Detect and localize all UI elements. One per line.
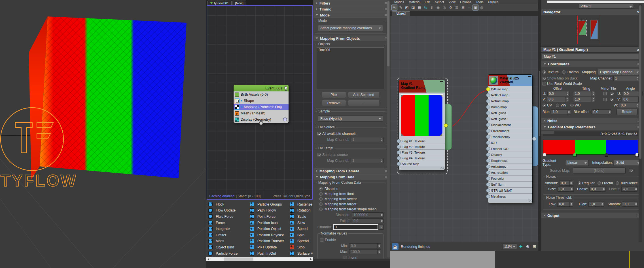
v-tiling-spinner[interactable]: 1,0 — [573, 97, 595, 102]
rollout-gradient-ramp-params[interactable]: Gradient Ramp Parameters — [541, 124, 641, 130]
depot-item[interactable]: Rotation — [290, 208, 313, 214]
view-selector-dropdown[interactable]: View 1 — [578, 4, 634, 9]
mapping-dropdown[interactable]: Explicit Map Channel — [598, 69, 641, 75]
slate-toolbar-button[interactable]: ↹ — [423, 5, 429, 11]
size-spinner[interactable]: 1,0 — [557, 187, 574, 192]
map-output-socket[interactable] — [444, 123, 448, 127]
params-vertical-scrollbar[interactable] — [387, 1, 390, 257]
rollout-mode[interactable]: Mode — [313, 12, 389, 18]
gradient-ramp-bar[interactable] — [543, 140, 638, 155]
u-offset-spinner[interactable]: 0,0 — [547, 91, 569, 96]
menu-item[interactable]: Material — [406, 0, 423, 4]
slate-toolbar-button[interactable]: ◍ — [479, 5, 485, 11]
operator-mapping-selected[interactable]: Mapping (Particles: Obj) — [234, 104, 289, 110]
depot-item[interactable]: Scale — [290, 213, 313, 220]
turbulence-radio[interactable] — [616, 181, 619, 185]
operator-shape[interactable]: Shape — [234, 98, 289, 104]
display-output-socket[interactable] — [283, 118, 287, 121]
vray-input-slot[interactable]: GTR tail falloff — [488, 187, 532, 193]
u-tile-checkbox[interactable] — [610, 92, 613, 95]
depot-item[interactable]: Particle Force — [208, 250, 250, 257]
blur-offset-spinner[interactable]: 0,0 — [592, 109, 611, 114]
vray-input-slot[interactable]: Refl. gloss. — [488, 110, 532, 116]
menu-item[interactable]: View — [446, 0, 458, 4]
gradient-flag[interactable] — [605, 153, 608, 157]
distance-spinner[interactable]: 100000,0 — [352, 212, 384, 217]
scroll-right-arrow[interactable] — [310, 258, 312, 260]
depot-item[interactable]: Push In/Out — [250, 250, 290, 257]
add-selected-button[interactable]: Add Selected — [348, 92, 379, 98]
gradient-ramp-node[interactable]: Map #1 Gradient Ramp Flag #1: Texture Fl… — [399, 80, 445, 170]
radio-mapping-float[interactable] — [319, 192, 323, 196]
vray-input-slot[interactable]: An. rotation — [488, 169, 532, 175]
slate-toolbar-button[interactable]: ◪ — [410, 5, 416, 11]
vw-radio[interactable] — [556, 104, 559, 107]
gradient-type-dropdown[interactable]: Linear — [565, 160, 589, 166]
remove-button[interactable]: Remove — [322, 100, 346, 106]
depot-item[interactable]: Point Force — [250, 213, 290, 220]
w-angle-spinner[interactable]: 0,0 — [619, 103, 639, 108]
vray-input-slot[interactable]: Fog color — [488, 175, 532, 181]
view-nav-icon[interactable]: ✚ — [518, 243, 524, 250]
map-node-header[interactable]: Map #1 Gradient Ramp — [399, 80, 445, 93]
tyflow-node-canvas[interactable]: Event_001 Birth Voxels (0-0) Shape Mappi… — [207, 5, 313, 200]
v-offset-spinner[interactable]: 0,0 — [547, 97, 569, 102]
vray-input-slot[interactable]: Self-illum — [488, 181, 532, 187]
texture-radio[interactable] — [543, 70, 546, 74]
vray-input-slot[interactable]: Metalness — [488, 193, 532, 199]
amount-spinner[interactable]: 0,0 — [559, 181, 573, 186]
map-input-slot[interactable]: Flag #1: Texture — [399, 138, 445, 144]
rollout-coordinates[interactable]: Coordinates — [541, 61, 641, 67]
lightbulb-icon[interactable] — [284, 86, 287, 89]
low-spinner[interactable]: 0,0 — [557, 202, 573, 207]
map-input-slot[interactable]: Flag #3: Texture — [399, 149, 445, 155]
slate-toolbar-button[interactable]: ⊞ — [460, 5, 466, 11]
vray-input-slot[interactable]: IOR — [488, 140, 532, 146]
vray-input-slot[interactable]: Anisotropy — [488, 164, 532, 169]
depot-item[interactable]: Stop — [290, 244, 313, 250]
caching-enabled-text[interactable]: Caching enabled — [209, 194, 234, 198]
material-name-field[interactable]: Map #1 — [542, 54, 641, 59]
slate-toolbar-button[interactable]: ◎ — [441, 5, 447, 11]
collapse-icon[interactable] — [440, 81, 443, 82]
rotate-button[interactable]: Rotate — [617, 109, 637, 115]
menu-item[interactable]: Tools — [474, 0, 486, 4]
slate-toolbar-button[interactable]: ≣ — [454, 5, 460, 11]
more-button[interactable]: ... — [348, 100, 379, 106]
depot-item[interactable]: PRT Update — [250, 244, 290, 250]
slate-toolbar-button[interactable]: ▣ — [473, 5, 478, 11]
radio-mapping-vector[interactable] — [319, 197, 323, 201]
operator-mesh[interactable]: Mesh (TriMesh) — [234, 110, 289, 116]
phase-spinner[interactable]: 0,0 — [589, 187, 606, 192]
menu-item[interactable]: Options — [458, 0, 474, 4]
vray-output-socket[interactable] — [532, 137, 536, 141]
collapse-icon[interactable] — [528, 76, 531, 77]
uv-radio[interactable] — [543, 104, 546, 107]
gradient-flag[interactable] — [635, 153, 639, 157]
vray-node-side-panel[interactable] — [532, 106, 538, 166]
map-input-slot[interactable]: Source Map — [399, 161, 445, 166]
depot-item[interactable]: Position Icon — [250, 220, 290, 226]
vray-input-slot[interactable]: Diffuse map — [488, 86, 532, 92]
vraymtl-node[interactable]: Material #25 VRayMtl Diffuse map Reflect… — [488, 74, 533, 203]
tab-tyflow001[interactable]: tyFlow001 — [207, 1, 232, 5]
mode-dropdown[interactable]: Affect particle mapping overrides — [318, 25, 383, 31]
channel-list-button[interactable]: v — [379, 225, 384, 230]
rollout-mapping-from-camera[interactable]: Mapping From Camera — [313, 168, 389, 174]
invert-checkbox[interactable] — [344, 256, 347, 259]
fractal-radio[interactable] — [598, 181, 601, 185]
depot-item[interactable]: Spin — [290, 232, 313, 238]
u-tiling-spinner[interactable]: 1,0 — [573, 91, 595, 96]
smooth-spinner[interactable]: 0,0 — [622, 202, 638, 207]
depot-item[interactable]: Path Follow — [250, 208, 290, 214]
falloff-spinner[interactable]: 0,0 — [352, 218, 384, 223]
gradient-flag-selected[interactable] — [573, 153, 577, 157]
source-map-checkbox[interactable] — [630, 169, 633, 172]
object-list-item[interactable]: Box001 — [319, 48, 382, 52]
depot-item[interactable]: Position Raycast — [250, 232, 290, 238]
navigator-vray-node[interactable] — [590, 20, 598, 39]
enable-checkbox[interactable] — [320, 238, 323, 242]
scrollbar-thumb[interactable] — [224, 257, 253, 261]
vray-input-slot[interactable]: Bump map — [488, 104, 532, 110]
min-spinner[interactable]: 0,0 — [349, 243, 381, 248]
